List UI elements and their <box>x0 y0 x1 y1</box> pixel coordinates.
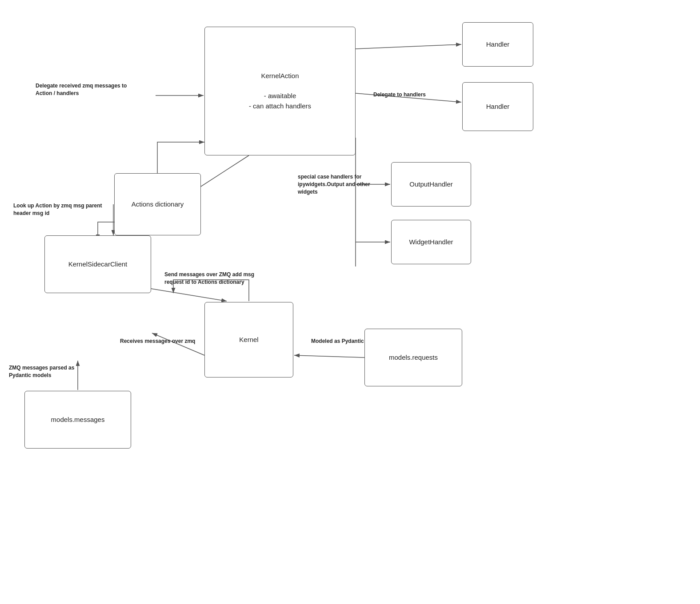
handler1-box: Handler <box>462 22 533 67</box>
label-send-messages: Send messages over ZMQ add msg request i… <box>164 271 262 286</box>
widget-handler-box: WidgetHandler <box>391 220 471 264</box>
diagram-container: KernelAction - awaitable - can attach ha… <box>0 0 700 604</box>
label-zmq-parsed: ZMQ messages parsed as Pydantic models <box>9 364 89 379</box>
output-handler-box: OutputHandler <box>391 162 471 207</box>
label-special-case: special case handlers for ipywidgets.Out… <box>298 173 387 195</box>
kernel-sidecar-box: KernelSidecarClient <box>44 235 151 293</box>
svg-line-13 <box>294 355 364 358</box>
kernel-box: Kernel <box>204 302 293 378</box>
actions-dict-box: Actions dictionary <box>114 173 201 235</box>
models-requests-box: models.requests <box>364 329 462 386</box>
label-modeled-pydantic: Modeled as Pydantic <box>311 338 364 345</box>
label-receives-messages: Receives messages over zmq <box>120 338 195 345</box>
svg-line-11 <box>151 289 227 301</box>
handler2-box: Handler <box>462 82 533 131</box>
kernel-action-box: KernelAction - awaitable - can attach ha… <box>204 27 356 155</box>
label-look-up-action: Look up Action by zmq msg parent header … <box>13 202 102 217</box>
label-delegate-zmq: Delegate received zmq messages to Action… <box>36 82 133 97</box>
models-messages-box: models.messages <box>24 391 131 449</box>
svg-line-1 <box>356 44 461 49</box>
label-delegate-handlers: Delegate to handlers <box>373 91 426 99</box>
